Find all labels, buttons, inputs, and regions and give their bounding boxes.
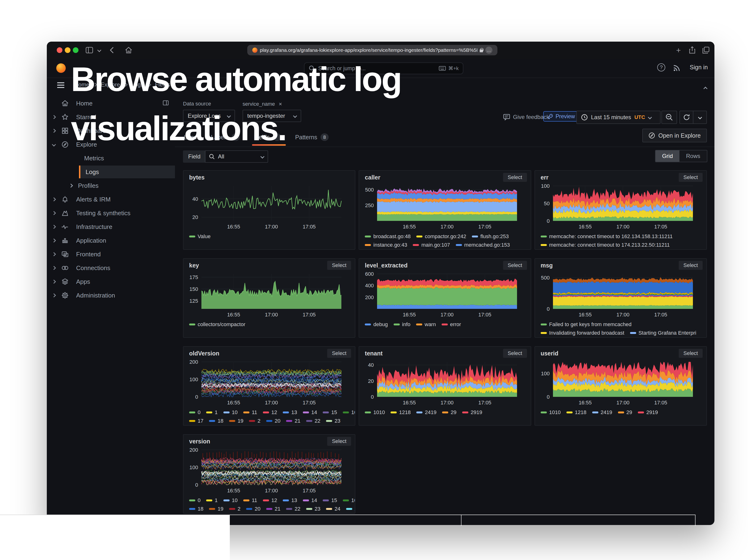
chevron-down-icon[interactable] xyxy=(52,143,56,147)
legend-item[interactable]: compactor.go:242 xyxy=(416,233,466,239)
chevron-right-icon[interactable] xyxy=(52,252,56,256)
legend-item[interactable]: info xyxy=(394,321,411,328)
legend-item[interactable]: 18 xyxy=(209,418,223,424)
home-icon[interactable] xyxy=(124,46,133,54)
legend-item[interactable]: 19 xyxy=(229,418,243,424)
legend-item[interactable]: 11 xyxy=(243,410,257,416)
panel-select-button[interactable]: Select xyxy=(327,261,351,270)
help-icon[interactable]: ? xyxy=(657,63,665,71)
share-icon[interactable] xyxy=(688,46,697,54)
rss-icon[interactable] xyxy=(673,64,680,71)
legend-item[interactable]: 21 xyxy=(266,506,280,512)
legend-item[interactable]: 2 xyxy=(229,506,240,512)
preview-badge[interactable]: Preview xyxy=(543,111,579,121)
legend-item[interactable]: error xyxy=(442,321,461,328)
legend-item[interactable]: 13 xyxy=(283,497,297,504)
back-icon[interactable] xyxy=(107,46,116,54)
time-range-picker[interactable]: Last 15 minutes UTC xyxy=(576,111,660,124)
legend-item[interactable]: debug xyxy=(365,321,388,328)
panel-select-button[interactable]: Select xyxy=(679,173,703,182)
legend-item[interactable]: 2419 xyxy=(592,410,612,416)
address-bar[interactable]: play.grafana.org/a/grafana-lokiexplore-a… xyxy=(247,45,497,55)
legend-item[interactable]: 18 xyxy=(189,506,203,512)
legend-item[interactable]: 15 xyxy=(323,497,337,504)
legend-item[interactable]: 20 xyxy=(266,418,280,424)
legend-item[interactable]: 22 xyxy=(306,418,320,424)
chevron-right-icon[interactable] xyxy=(52,197,56,202)
zoom-window-button[interactable] xyxy=(73,47,78,53)
legend-item[interactable]: 19 xyxy=(209,506,223,512)
chevron-right-icon[interactable] xyxy=(52,225,56,229)
refresh-interval-dropdown[interactable] xyxy=(693,111,706,123)
panel-select-button[interactable]: Select xyxy=(327,437,351,446)
view-toggle-rows[interactable]: Rows xyxy=(679,150,707,162)
legend-item[interactable]: 1010 xyxy=(365,410,385,416)
legend-item[interactable]: 21 xyxy=(286,418,300,424)
chevron-right-icon[interactable] xyxy=(52,294,56,298)
legend-item[interactable]: warn xyxy=(416,321,436,328)
chevron-right-icon[interactable] xyxy=(52,115,56,119)
legend-item[interactable]: Invalidating forwarded broadcast xyxy=(541,330,624,336)
minimize-window-button[interactable] xyxy=(65,47,70,53)
panel-select-button[interactable]: Select xyxy=(679,261,703,270)
legend-item[interactable]: 14 xyxy=(303,410,317,416)
legend-item[interactable]: 16 xyxy=(343,410,355,416)
legend-item[interactable]: 20 xyxy=(246,506,260,512)
panel-select-button[interactable]: Select xyxy=(679,349,703,358)
legend-item[interactable]: memcache: connect timeout to 174.213.22.… xyxy=(541,242,670,248)
legend-item[interactable]: 0 xyxy=(189,497,201,504)
chevron-right-icon[interactable] xyxy=(52,211,56,215)
collapse-controls-icon[interactable] xyxy=(704,83,707,92)
legend-item[interactable]: 29 xyxy=(442,410,456,416)
legend-item[interactable]: Value xyxy=(189,233,211,239)
legend-item[interactable]: 16 xyxy=(343,497,355,504)
url-more-icon[interactable]: … xyxy=(485,47,492,54)
sidebar-toggle-icon[interactable] xyxy=(85,46,94,54)
grafana-logo-icon[interactable] xyxy=(56,63,66,73)
panel-select-button[interactable]: Select xyxy=(503,261,527,270)
titlebar-chevron-down-icon[interactable] xyxy=(95,46,103,54)
zoom-out-button[interactable] xyxy=(661,111,677,124)
sign-in-button[interactable]: Sign in xyxy=(690,64,708,71)
legend-item[interactable]: 10 xyxy=(224,497,238,504)
legend-item[interactable]: 2 xyxy=(249,418,260,424)
legend-item[interactable]: 1218 xyxy=(566,410,587,416)
sidebar-item-logs[interactable]: Logs xyxy=(79,166,175,178)
legend-item[interactable]: 15 xyxy=(323,410,337,416)
sidebar-item-infrastructure[interactable]: Infrastructure xyxy=(47,220,175,234)
sidebar-item-frontend[interactable]: Frontend xyxy=(47,247,175,261)
legend-item[interactable]: 1218 xyxy=(391,410,411,416)
legend-item[interactable]: memcache: connect timeout to 162.134.158… xyxy=(541,233,673,239)
panel-select-button[interactable]: Select xyxy=(503,349,527,358)
sidebar-item-apps[interactable]: Apps xyxy=(47,275,175,288)
legend-item[interactable]: 2919 xyxy=(638,410,658,416)
legend-item[interactable]: 17 xyxy=(189,418,203,424)
new-tab-icon[interactable]: + xyxy=(674,46,683,54)
sidebar-item-testing-synthetics[interactable]: Testing & synthetics xyxy=(47,206,175,220)
panel-select-button[interactable]: Select xyxy=(327,349,351,358)
chevron-right-icon[interactable] xyxy=(52,280,56,284)
sidebar-item-application[interactable]: Application xyxy=(47,234,175,247)
sidebar-item-connections[interactable]: Connections xyxy=(47,261,175,275)
legend-item[interactable]: 10 xyxy=(224,410,238,416)
legend-item[interactable]: 2419 xyxy=(416,410,437,416)
legend-item[interactable]: 1010 xyxy=(541,410,561,416)
legend-item[interactable]: instance.go:43 xyxy=(365,242,407,248)
legend-item[interactable]: 22 xyxy=(286,506,300,512)
refresh-button[interactable] xyxy=(680,111,693,123)
legend-item[interactable]: 2919 xyxy=(462,410,482,416)
chevron-right-icon[interactable] xyxy=(52,266,56,270)
sidebar-item-alerts-irm[interactable]: Alerts & IRM xyxy=(47,192,175,206)
legend-item[interactable]: collectors/compactor xyxy=(189,321,246,328)
legend-item[interactable]: 0 xyxy=(189,410,201,416)
legend-item[interactable]: 12 xyxy=(263,410,277,416)
legend-item[interactable]: 24 xyxy=(326,506,340,512)
mega-menu-toggle-icon[interactable] xyxy=(57,82,64,83)
legend-item[interactable]: 11 xyxy=(243,497,257,504)
legend-item[interactable]: main.go:107 xyxy=(413,242,450,248)
legend-item[interactable]: 13 xyxy=(283,410,297,416)
chevron-right-icon[interactable] xyxy=(52,129,56,133)
legend-item[interactable]: 12 xyxy=(263,497,277,504)
chevron-right-icon[interactable] xyxy=(52,239,56,243)
close-window-button[interactable] xyxy=(57,47,63,53)
